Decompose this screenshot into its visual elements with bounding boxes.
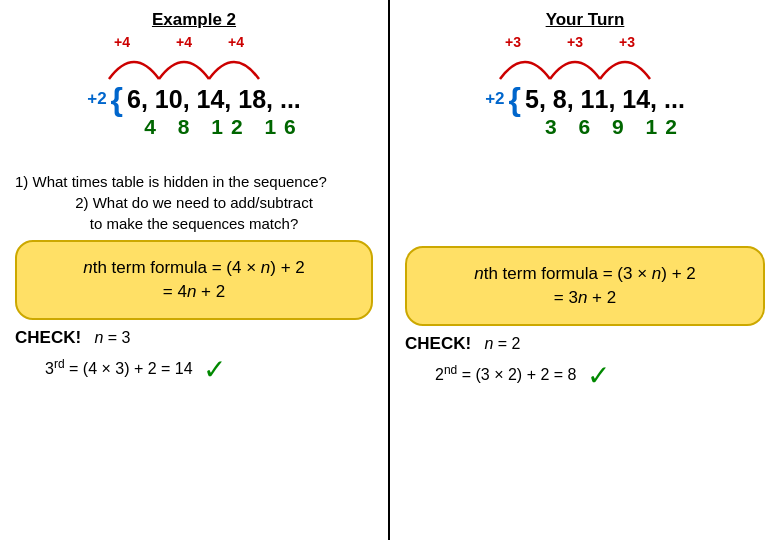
right-title: Your Turn: [405, 10, 765, 30]
left-title: Example 2: [15, 10, 373, 30]
left-main-sequence: 6, 10, 14, 18, ...: [127, 85, 301, 114]
right-check-label: CHECK!: [405, 334, 471, 353]
right-arcs-svg: +3 +3 +3: [445, 35, 725, 87]
left-bracket-label: +2: [87, 89, 106, 109]
svg-text:+3: +3: [505, 35, 521, 50]
svg-text:+3: +3: [567, 35, 583, 50]
main-container: Example 2 +4 +4 +4 +2 { 6, 10, 14, 18, .…: [0, 0, 780, 540]
left-questions: 1) What times table is hidden in the seq…: [15, 173, 373, 232]
svg-text:+4: +4: [176, 35, 192, 50]
left-sequence-area: +4 +4 +4 +2 { 6, 10, 14, 18, ... 4 8 12 …: [15, 35, 373, 165]
right-check-calc: 2nd = (3 × 2) + 2 = 8 ✓: [435, 359, 765, 392]
left-check-area: CHECK! n = 3 3rd = (4 × 3) + 2 = 14 ✓: [15, 328, 373, 386]
right-main-sequence: 5, 8, 11, 14, ...: [525, 85, 685, 114]
right-panel: Your Turn +3 +3 +3 +2 { 5, 8, 11, 14, ..…: [390, 0, 780, 540]
left-sub-sequence: 4 8 12 16: [144, 115, 304, 139]
left-check-header: CHECK! n = 3: [15, 328, 373, 348]
question1: 1) What times table is hidden in the seq…: [15, 173, 373, 190]
right-check-header: CHECK! n = 2: [405, 334, 765, 354]
question2: 2) What do we need to add/subtract: [15, 194, 373, 211]
left-panel: Example 2 +4 +4 +4 +2 { 6, 10, 14, 18, .…: [0, 0, 390, 540]
right-checkmark: ✓: [587, 359, 610, 392]
svg-text:+4: +4: [228, 35, 244, 50]
left-check-expr: 3rd = (4 × 3) + 2 = 14: [45, 360, 193, 377]
right-check-n: n = 2: [484, 335, 520, 352]
left-check-label: CHECK!: [15, 328, 81, 347]
left-checkmark: ✓: [203, 353, 226, 386]
right-sub-sequence: 3 6 9 12: [545, 115, 685, 139]
svg-text:+4: +4: [114, 35, 130, 50]
left-check-n: n = 3: [94, 329, 130, 346]
left-arcs-svg: +4 +4 +4: [54, 35, 334, 87]
right-check-area: CHECK! n = 2 2nd = (3 × 2) + 2 = 8 ✓: [405, 334, 765, 392]
right-bracket-label: +2: [485, 89, 504, 109]
right-sequence-area: +3 +3 +3 +2 { 5, 8, 11, 14, ... 3 6 9 12: [405, 35, 765, 165]
left-formula-line2: = 4n + 2: [33, 282, 355, 302]
question3: to make the sequences match?: [15, 215, 373, 232]
right-check-expr: 2nd = (3 × 2) + 2 = 8: [435, 366, 576, 383]
right-spacer: [405, 170, 765, 238]
right-formula-box: nth term formula = (3 × n) + 2 = 3n + 2: [405, 246, 765, 326]
left-check-calc: 3rd = (4 × 3) + 2 = 14 ✓: [45, 353, 373, 386]
right-formula-line1: nth term formula = (3 × n) + 2: [423, 264, 747, 284]
right-formula-line2: = 3n + 2: [423, 288, 747, 308]
svg-text:+3: +3: [619, 35, 635, 50]
left-formula-box: nth term formula = (4 × n) + 2 = 4n + 2: [15, 240, 373, 320]
left-formula-line1: nth term formula = (4 × n) + 2: [33, 258, 355, 278]
